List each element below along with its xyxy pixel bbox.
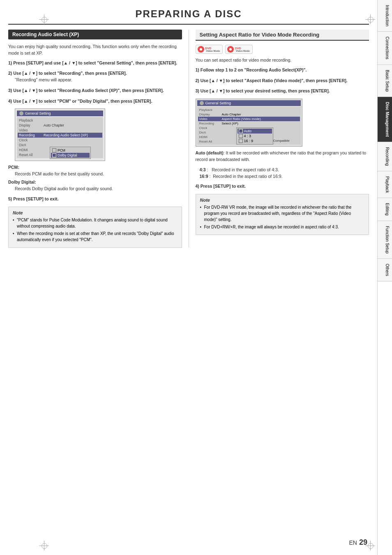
- right-submenu-169: 16 : 9: [238, 138, 272, 143]
- right-note-title: Note: [200, 198, 365, 203]
- pcm-desc: Records PCM audio for the best quality s…: [8, 171, 182, 177]
- auto-desc: Auto (default): It will be recorded with…: [196, 150, 369, 163]
- 43-checkbox: [239, 134, 243, 138]
- sidebar-tab-editing[interactable]: Editing: [378, 198, 392, 221]
- dvd-disc-icon-2: [227, 46, 234, 53]
- left-submenu-pcm: PCM: [51, 148, 90, 153]
- left-step-5: 5) Press [SETUP] to exit.: [8, 196, 182, 203]
- pcm-label: PCM:: [8, 164, 182, 171]
- main-content: PREPARING A DISC Recording Audio Select …: [0, 0, 377, 248]
- right-menu-row-playback: Playback: [198, 108, 300, 112]
- ar43-desc: 4:3 : Recorded in the aspect ratio of 4:…: [196, 166, 369, 173]
- pcm-checkbox: [52, 148, 56, 152]
- left-menu-row-recording: Recording Recording Audio Select (XP): [18, 133, 102, 138]
- right-step-3: 3) Use [▲ / ▼] to select your desired se…: [196, 88, 369, 94]
- pcm-section: PCM: Records PCM audio for the best qual…: [8, 164, 182, 192]
- ar169-desc: 16:9 : Recorded in the aspect ratio of 1…: [196, 173, 369, 180]
- right-note-box: Note For DVD-RW VR mode, the image will …: [196, 194, 369, 235]
- right-step-4: 4) Press [SETUP] to exit.: [196, 183, 369, 190]
- left-menu-row-display: Display Auto Chapter: [18, 123, 102, 128]
- left-menu-title-bar: General Setting: [17, 111, 103, 116]
- dvd-logos: DVD Video Mode DVD Video Mode: [196, 45, 369, 54]
- auto-checkbox: [239, 129, 243, 133]
- right-section-header: Setting Aspect Ratio for Video Mode Reco…: [196, 30, 369, 41]
- left-note-title: Note: [13, 210, 178, 215]
- right-menu-title-bar: General Setting: [197, 100, 301, 106]
- dvd-logo-1: DVD Video Mode: [196, 45, 223, 54]
- left-step-1-text: 1) Press [SETUP] and use [▲ / ▼] to sele…: [8, 60, 182, 67]
- 169-checkbox: [239, 139, 243, 143]
- left-step-1: 1) Press [SETUP] and use [▲ / ▼] to sele…: [8, 60, 182, 67]
- left-step-2-text: 2) Use [▲ / ▼] to select "Recording", th…: [8, 70, 182, 77]
- left-section-header: Recording Audio Select (XP): [8, 30, 182, 39]
- left-step-4-number: 4): [8, 99, 13, 104]
- left-column: Recording Audio Select (XP) You can enjo…: [8, 30, 189, 248]
- left-menu-row-playback: Playback: [18, 118, 102, 123]
- page-title-area: PREPARING A DISC: [8, 0, 369, 25]
- sidebar-tab-recording[interactable]: Recording: [378, 142, 392, 171]
- right-menu-row-display: Display Auto Chapter: [198, 112, 300, 117]
- left-step-4: 4) Use [▲ / ▼] to select "PCM" or "Dolby…: [8, 98, 182, 105]
- left-step-3-text: 3) Use [▲ / ▼] to select "Recording Audi…: [8, 88, 182, 94]
- sidebar-tab-playback[interactable]: Playback: [378, 171, 392, 198]
- sidebar-tab-function-setup[interactable]: Function Setup: [378, 221, 392, 259]
- bottom-page-info: EN 29: [349, 538, 368, 547]
- right-submenu-auto: Auto: [238, 129, 272, 134]
- left-menu-row-video: Video: [18, 128, 102, 133]
- left-step-2: 2) Use [▲ / ▼] to select "Recording", th…: [8, 70, 182, 83]
- right-intro: You can set aspect ratio for video mode …: [196, 57, 369, 64]
- right-menu-mockup: General Setting Playback Display Auto Ch…: [196, 99, 302, 147]
- left-step-5-text: 5) Press [SETUP] to exit.: [8, 196, 182, 203]
- left-step-1-number: 1): [8, 60, 13, 65]
- right-note-item-1: For DVD-RW VR mode, the image will be re…: [200, 204, 365, 223]
- left-menu-title: General Setting: [25, 111, 51, 115]
- page-title: PREPARING A DISC: [8, 8, 369, 20]
- right-menu-row-video: Video Aspect Ratio (Video mode): [198, 117, 300, 121]
- right-menu-row-recording: Recording Select (XP): [198, 121, 300, 126]
- right-submenu: Auto 4 : 3 16 : 9: [236, 127, 273, 145]
- left-submenu: PCM Dolby Digital: [50, 147, 91, 159]
- dolby-checkbox: [52, 153, 56, 157]
- right-step-1-text: 1) Follow step 1 to 2 on "Recording Audi…: [196, 67, 369, 74]
- right-menu-title: General Setting: [205, 101, 231, 105]
- sidebar-tab-disc-management[interactable]: Disc Management: [378, 97, 392, 142]
- menu-icon: [19, 111, 23, 115]
- right-submenu-label: Compatible: [273, 139, 301, 143]
- two-col-layout: Recording Audio Select (XP) You can enjo…: [0, 30, 377, 248]
- left-step-2-sub: "Recording" menu will appear.: [8, 77, 182, 83]
- left-menu-mockup: General Setting Playback Display Auto Ch…: [15, 108, 105, 161]
- right-step-3-text: 3) Use [▲ / ▼] to select your desired se…: [196, 88, 369, 94]
- right-step-2-text: 2) Use [▲ / ▼] to select "Aspect Ratio (…: [196, 78, 369, 84]
- left-menu-row-clock: Clock: [18, 138, 102, 143]
- right-step-1: 1) Follow step 1 to 2 on "Recording Audi…: [196, 67, 369, 74]
- right-step-4-text: 4) Press [SETUP] to exit.: [196, 183, 369, 190]
- dolby-desc: Records Dolby Digital audio for good qua…: [8, 186, 182, 192]
- sidebar-tab-introduction[interactable]: Introduction: [378, 0, 392, 32]
- left-submenu-dolby: Dolby Digital: [51, 153, 90, 158]
- left-step-3-number: 3): [8, 88, 13, 93]
- page-number: 29: [359, 538, 367, 546]
- left-intro: You can enjoy high quality sound recordi…: [8, 44, 182, 57]
- sidebar-tab-others[interactable]: Others: [378, 259, 392, 281]
- sidebar-tab-basic-setup[interactable]: Basic Setup: [378, 65, 392, 97]
- dolby-label: Dolby Digital:: [8, 179, 182, 186]
- right-step-2: 2) Use [▲ / ▼] to select "Aspect Ratio (…: [196, 78, 369, 84]
- right-submenu-43: 4 : 3: [238, 134, 272, 138]
- left-note-item-1: "PCM" stands for Pulse Code Modulation. …: [13, 217, 178, 229]
- dvd-disc-icon-1: [198, 46, 204, 53]
- sidebar-tab-connections[interactable]: Connections: [378, 32, 392, 65]
- right-column: Setting Aspect Ratio for Video Mode Reco…: [189, 30, 369, 248]
- left-step-4-text: 4) Use [▲ / ▼] to select "PCM" or "Dolby…: [8, 98, 182, 105]
- dvd-logo-2: DVD Video Mode: [225, 45, 253, 54]
- page-container: Introduction Connections Basic Setup Dis…: [0, 0, 392, 555]
- right-menu-icon: [200, 101, 204, 105]
- left-step-2-number: 2): [8, 71, 13, 76]
- right-sidebar: Introduction Connections Basic Setup Dis…: [377, 0, 392, 555]
- left-note-item-2: When the recording mode is set at other …: [13, 230, 178, 243]
- left-step-3: 3) Use [▲ / ▼] to select "Recording Audi…: [8, 88, 182, 94]
- language-label: EN: [349, 539, 357, 546]
- left-note-box: Note "PCM" stands for Pulse Code Modulat…: [8, 207, 182, 248]
- right-note-item-2: For DVD+RW/+R, the image will always be …: [200, 224, 365, 230]
